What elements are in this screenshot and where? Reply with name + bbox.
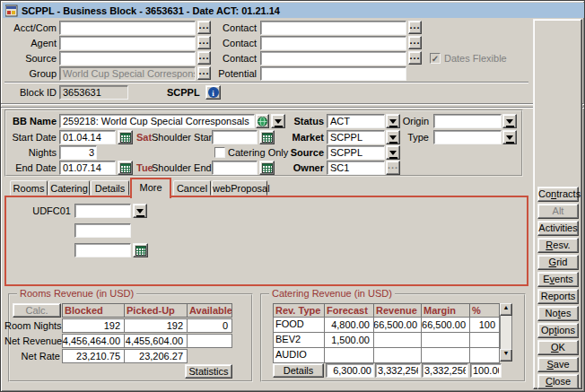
- catering-forecast-cell[interactable]: [324, 347, 374, 363]
- source-company-field[interactable]: [59, 51, 196, 65]
- catering-pct-cell[interactable]: [469, 347, 500, 363]
- sidebar-button-save[interactable]: Save: [537, 357, 579, 372]
- catering-forecast-cell[interactable]: 1,500.00: [324, 332, 374, 348]
- sidebar-button-ok[interactable]: OK: [537, 340, 579, 355]
- room-nights-available-cell[interactable]: 0: [187, 318, 232, 333]
- start-date-field[interactable]: 01.04.14: [59, 130, 116, 144]
- owner-lov-button[interactable]: ...: [386, 161, 400, 175]
- net-rate-picked-up-cell[interactable]: 23,206.27: [124, 349, 188, 363]
- contact-2-lov-button[interactable]: ...: [408, 36, 422, 49]
- calc-button[interactable]: Calc.: [13, 303, 61, 318]
- potential-field[interactable]: [260, 66, 406, 81]
- end-date-calendar-button[interactable]: [118, 161, 133, 175]
- start-date-calendar-button[interactable]: [118, 130, 133, 144]
- calendar-icon: [120, 163, 131, 173]
- market-field[interactable]: SCPPL: [327, 130, 385, 144]
- room-nights-picked-up-cell[interactable]: 192: [124, 318, 188, 333]
- tab-cancel[interactable]: Cancel: [173, 180, 211, 196]
- sidebar: Contracts Alt Dates Activities Resv. Gri…: [533, 19, 582, 389]
- source-combo-button[interactable]: [386, 145, 400, 160]
- catering-revenue-cell[interactable]: [373, 347, 422, 363]
- nights-field[interactable]: 3: [59, 145, 97, 160]
- scrollbar-track[interactable]: [500, 316, 512, 349]
- tab-catering[interactable]: Catering: [48, 180, 90, 196]
- contact-2-field[interactable]: [260, 36, 406, 50]
- net-revenue-available-cell[interactable]: [187, 334, 232, 348]
- owner-field[interactable]: SC1: [327, 161, 385, 175]
- sidebar-button-resv[interactable]: Resv.: [537, 238, 579, 253]
- sidebar-button-contracts[interactable]: Contracts: [537, 187, 579, 202]
- sidebar-button-notes[interactable]: Notes: [537, 306, 579, 321]
- agent-field[interactable]: [59, 36, 196, 50]
- sidebar-button-grid[interactable]: Grid: [537, 255, 579, 270]
- udfc01-combo-button[interactable]: [133, 204, 147, 218]
- catering-margin-cell[interactable]: 3,866,500.00: [421, 317, 470, 333]
- sidebar-button-reports[interactable]: Reports: [537, 289, 579, 304]
- end-date-field[interactable]: 01.07.14: [59, 161, 116, 175]
- scroll-up-button[interactable]: ▲: [500, 303, 512, 316]
- catering-total-forecast: 6,300.00: [326, 363, 374, 378]
- translate-button[interactable]: [256, 114, 269, 128]
- statistics-button[interactable]: Statistics: [185, 364, 232, 379]
- sidebar-button-options[interactable]: Options: [537, 323, 579, 338]
- type-field[interactable]: [433, 130, 502, 144]
- origin-field[interactable]: [433, 114, 502, 128]
- udfc01-field[interactable]: [74, 204, 131, 218]
- rooms-col-blocked: Blocked: [62, 303, 125, 318]
- tab-more[interactable]: More: [130, 178, 171, 198]
- shoulder-end-field[interactable]: [212, 161, 258, 175]
- separator: [1, 107, 585, 109]
- catering-revenue-cell[interactable]: 3,866,500.00: [373, 317, 422, 333]
- contact-3-field[interactable]: [260, 51, 406, 65]
- net-revenue-blocked-cell[interactable]: 4,456,464.00: [62, 334, 125, 348]
- catering-revenue-cell[interactable]: [373, 332, 422, 348]
- contact-1-field[interactable]: [260, 21, 406, 35]
- net-revenue-picked-up-cell[interactable]: 4,455,604.00: [124, 334, 188, 348]
- more-date-field[interactable]: [74, 243, 131, 257]
- catering-row-type-cell[interactable]: AUDIO: [273, 347, 325, 363]
- agent-label: Agent: [3, 36, 57, 50]
- dates-flexible-checkbox[interactable]: ✓: [430, 53, 441, 64]
- block-id-field[interactable]: 3653631: [59, 85, 128, 100]
- catering-row-type-cell[interactable]: BEV2: [273, 332, 325, 348]
- more-date-calendar-button[interactable]: [133, 243, 148, 257]
- more-text-field[interactable]: [74, 223, 131, 238]
- tab-details[interactable]: Details: [91, 180, 129, 196]
- shoulder-start-label: Shoulder Start: [152, 130, 209, 144]
- type-combo-button[interactable]: [502, 130, 517, 144]
- sidebar-button-events[interactable]: Events: [537, 272, 579, 287]
- origin-combo-button[interactable]: [502, 114, 517, 128]
- catering-margin-cell[interactable]: [421, 332, 470, 348]
- catering-row-type-cell[interactable]: FOOD: [273, 317, 325, 333]
- shoulder-start-field[interactable]: [212, 130, 258, 144]
- sidebar-button-close[interactable]: Close: [537, 374, 579, 389]
- room-nights-blocked-cell[interactable]: 192: [62, 318, 125, 333]
- catering-only-checkbox[interactable]: [214, 147, 225, 158]
- catering-pct-cell[interactable]: 100: [469, 317, 500, 333]
- acct-com-field[interactable]: [59, 21, 196, 35]
- rooms-col-available: Available: [187, 303, 232, 318]
- property-info-button[interactable]: i: [205, 85, 221, 100]
- scroll-down-button[interactable]: ▼: [500, 349, 512, 362]
- status-field[interactable]: ACT: [327, 114, 385, 128]
- catering-col-rev-type: Rev. Type: [273, 303, 325, 318]
- source-code-field[interactable]: SCPPL: [327, 145, 385, 160]
- net-rate-blocked-cell[interactable]: 23,210.75: [62, 349, 125, 363]
- bb-name-field[interactable]: 259218: World Cup Special Corresponsals: [59, 114, 255, 128]
- sidebar-button-alt-dates[interactable]: Alt Dates: [537, 204, 579, 219]
- globe-icon: [258, 117, 267, 126]
- group-field[interactable]: World Cup Special Corresponsals: [59, 66, 196, 81]
- end-date-label: End Date: [3, 161, 57, 175]
- details-button[interactable]: Details: [273, 363, 324, 378]
- property-code-label: SCPPL: [167, 85, 205, 100]
- contact-1-lov-button[interactable]: ...: [408, 21, 422, 34]
- contact-3-lov-button[interactable]: ...: [408, 51, 422, 65]
- catering-margin-cell[interactable]: [421, 347, 470, 363]
- udfc01-label: UDFC01: [17, 204, 71, 218]
- calendar-icon: [120, 133, 131, 143]
- tab-webproposal[interactable]: webProposal: [212, 180, 267, 196]
- tab-rooms[interactable]: Rooms: [10, 180, 48, 196]
- catering-forecast-cell[interactable]: 4,800.00: [324, 317, 374, 333]
- sidebar-button-activities[interactable]: Activities: [537, 221, 579, 236]
- catering-pct-cell[interactable]: [469, 332, 500, 348]
